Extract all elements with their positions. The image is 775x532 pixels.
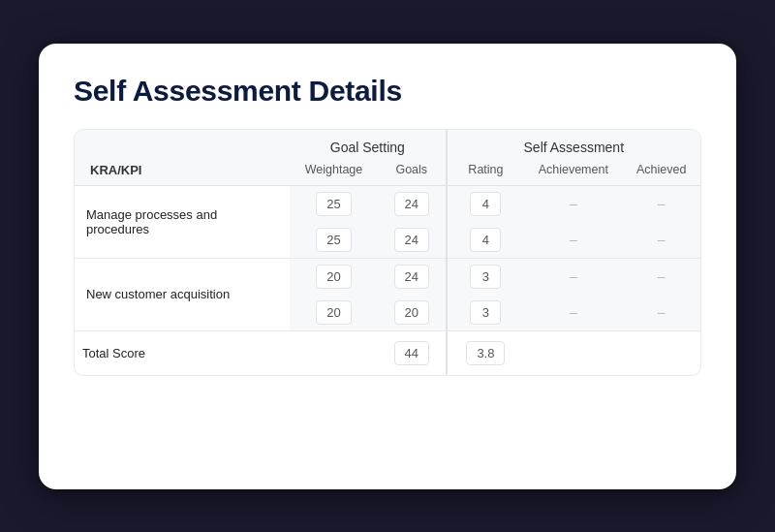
weightage-cell: 20 xyxy=(290,295,378,331)
total-row: Total Score443.8 xyxy=(75,330,700,375)
rating-cell: 4 xyxy=(447,222,525,259)
achievement-cell: – xyxy=(524,185,622,222)
achievement-cell: – xyxy=(524,222,622,259)
goals-subheader: Goals xyxy=(378,157,447,186)
total-label: Total Score xyxy=(75,330,290,375)
achieved-subheader: Achieved xyxy=(622,157,700,186)
goal-setting-header: Goal Setting xyxy=(290,130,447,157)
table-row: New customer acquisition20243–– xyxy=(75,258,700,295)
table-body: Manage processes and procedures25244––25… xyxy=(75,185,700,375)
achieved-cell: – xyxy=(622,295,700,331)
total-achievement-empty xyxy=(524,330,622,375)
achievement-cell: – xyxy=(524,295,622,331)
kra-label-cell: New customer acquisition xyxy=(75,258,290,330)
goals-cell: 24 xyxy=(378,258,447,295)
total-goals-cell: 44 xyxy=(378,330,447,375)
page-title: Self Assessment Details xyxy=(74,75,701,108)
kra-kpi-subheader: KRA/KPI xyxy=(75,157,290,186)
goals-cell: 20 xyxy=(378,295,447,331)
main-card: Self Assessment Details Goal Setting Sel… xyxy=(39,44,736,489)
weightage-subheader: Weightage xyxy=(290,157,378,186)
self-assessment-header: Self Assessment xyxy=(447,130,700,157)
kra-label: Manage processes and procedures xyxy=(86,198,278,246)
total-weightage-empty xyxy=(290,330,378,375)
weightage-cell: 20 xyxy=(290,258,378,295)
group-header-row: Goal Setting Self Assessment xyxy=(75,130,700,157)
achievement-cell: – xyxy=(524,258,622,295)
rating-cell: 3 xyxy=(447,258,525,295)
total-achieved-empty xyxy=(622,330,700,375)
assessment-table: Goal Setting Self Assessment KRA/KPI Wei… xyxy=(75,130,700,375)
kra-label-cell: Manage processes and procedures xyxy=(75,185,290,258)
table-row: Manage processes and procedures25244–– xyxy=(75,185,700,222)
achieved-cell: – xyxy=(622,185,700,222)
goals-cell: 24 xyxy=(378,222,447,259)
weightage-cell: 25 xyxy=(290,222,378,259)
sub-header-row: KRA/KPI Weightage Goals Rating Achieveme… xyxy=(75,157,700,186)
rating-subheader: Rating xyxy=(447,157,525,186)
achieved-cell: – xyxy=(622,258,700,295)
achieved-cell: – xyxy=(622,222,700,259)
achievement-subheader: Achievement xyxy=(524,157,622,186)
kra-label: New customer acquisition xyxy=(86,277,278,311)
total-rating-cell: 3.8 xyxy=(447,330,525,375)
rating-cell: 3 xyxy=(447,295,525,331)
rating-cell: 4 xyxy=(447,185,525,222)
weightage-cell: 25 xyxy=(290,185,378,222)
assessment-table-container: Goal Setting Self Assessment KRA/KPI Wei… xyxy=(74,129,701,376)
goals-cell: 24 xyxy=(378,185,447,222)
